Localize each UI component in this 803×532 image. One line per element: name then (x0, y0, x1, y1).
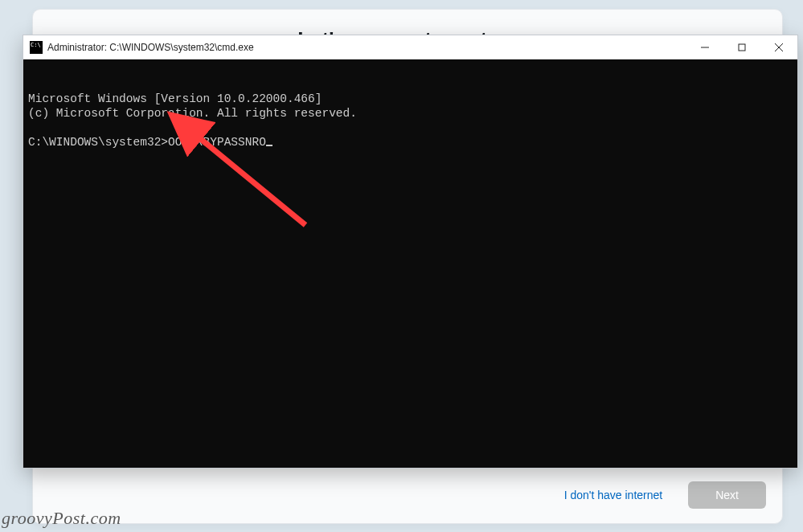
watermark: groovyPost.com (2, 508, 121, 529)
close-button[interactable] (760, 35, 797, 59)
terminal-command: OOBE\BYPASSNRO (168, 136, 266, 149)
maximize-icon (738, 43, 746, 51)
no-internet-link[interactable]: I don't have internet (555, 482, 673, 508)
cmd-window: Administrator: C:\WINDOWS\system32\cmd.e… (23, 35, 798, 469)
maximize-button[interactable] (723, 35, 760, 59)
terminal-prompt: C:\WINDOWS\system32> (28, 136, 168, 149)
terminal-prompt-line: C:\WINDOWS\system32>OOBE\BYPASSNRO (28, 135, 793, 149)
window-title: Administrator: C:\WINDOWS\system32\cmd.e… (47, 42, 686, 53)
terminal-body[interactable]: Microsoft Windows [Version 10.0.22000.46… (23, 59, 797, 468)
minimize-icon (701, 43, 709, 51)
window-controls (686, 35, 797, 59)
terminal-line: Microsoft Windows [Version 10.0.22000.46… (28, 92, 793, 106)
next-button[interactable]: Next (688, 481, 766, 509)
titlebar[interactable]: Administrator: C:\WINDOWS\system32\cmd.e… (23, 35, 797, 59)
close-icon (775, 43, 783, 51)
terminal-cursor (266, 145, 272, 146)
cmd-icon (30, 41, 43, 54)
terminal-blank-line (28, 121, 793, 135)
oobe-footer: I don't have internet Next (555, 481, 766, 509)
svg-rect-1 (739, 44, 745, 51)
terminal-line: (c) Microsoft Corporation. All rights re… (28, 106, 793, 121)
minimize-button[interactable] (686, 35, 723, 59)
